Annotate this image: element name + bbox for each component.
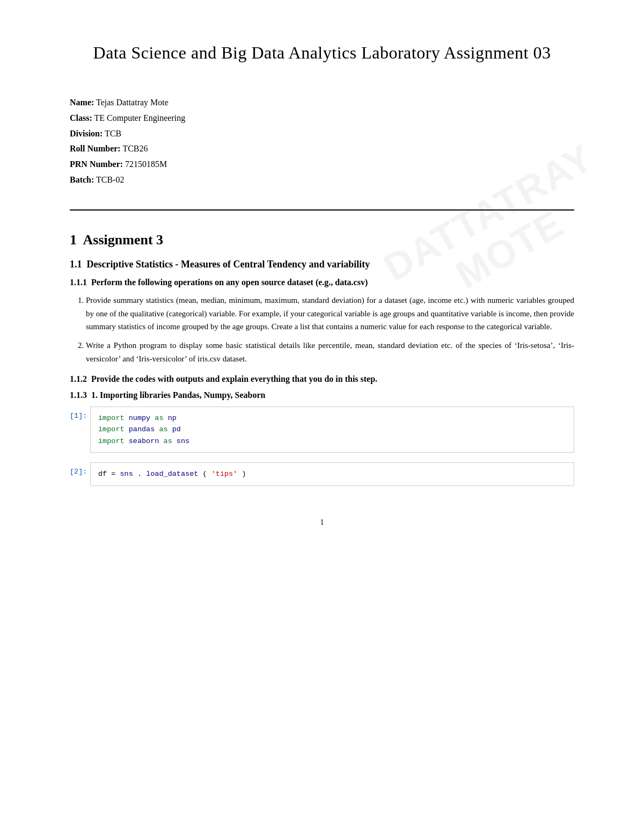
division-value: TCB	[105, 129, 121, 138]
code-block-1: import numpy as np import pandas as	[90, 407, 574, 453]
code-line-2-1: df = sns . load_dataset ( 'tips' )	[98, 468, 566, 480]
divider	[70, 209, 574, 211]
page-number: 1	[70, 518, 574, 527]
var-df: df	[98, 470, 107, 478]
list-item-2: Write a Python program to display some b…	[86, 339, 574, 366]
section-1: 1 Assignment 3 1.1 Descriptive Statistic…	[70, 232, 574, 486]
lib-sns-ref: sns	[120, 470, 133, 478]
cell-label-2: [2]:	[70, 462, 90, 476]
roll-label: Roll Number:	[70, 144, 121, 153]
lib-numpy: numpy	[129, 414, 151, 422]
page: DATTATRAY MOTE Data Science and Big Data…	[0, 0, 644, 834]
class-label: Class:	[70, 113, 92, 122]
division-label: Division:	[70, 129, 103, 138]
kw-import-2: import	[98, 425, 125, 433]
info-roll: Roll Number: TCB26	[70, 141, 574, 157]
prn-value: 72150185M	[125, 159, 167, 169]
prn-label: PRN Number:	[70, 159, 123, 169]
subsubsection-1-1-3-title: 1.1.3 1. Importing libraries Pandas, Num…	[70, 390, 574, 400]
content: Data Science and Big Data Analytics Labo…	[70, 43, 574, 527]
class-value: TE Computer Engineering	[94, 113, 186, 122]
func-load-dataset: load_dataset	[146, 470, 198, 478]
kw-as-3: as	[164, 437, 172, 445]
alias-sns: sns	[177, 437, 189, 445]
subsubsection-1-1-1-title: 1.1.1 Perform the following operations o…	[70, 278, 574, 287]
name-value: Tejas Dattatray Mote	[96, 98, 169, 107]
kw-import-3: import	[98, 437, 125, 445]
subsection-1-1-title: 1.1 Descriptive Statistics - Measures of…	[70, 259, 574, 270]
info-prn: PRN Number: 72150185M	[70, 157, 574, 172]
section-1-title: 1 Assignment 3	[70, 232, 574, 248]
alias-pd: pd	[172, 425, 181, 433]
kw-as-2: as	[159, 425, 167, 433]
info-block: Name: Tejas Dattatray Mote Class: TE Com…	[70, 95, 574, 188]
kw-as-1: as	[155, 414, 163, 422]
subsubsection-1-1-2-title: 1.1.2 Provide the codes with outputs and…	[70, 374, 574, 384]
lib-seaborn: seaborn	[129, 437, 159, 445]
batch-label: Batch:	[70, 175, 94, 184]
info-division: Division: TCB	[70, 126, 574, 142]
code-line-1-2: import pandas as pd	[98, 424, 566, 436]
name-label: Name:	[70, 98, 94, 107]
code-cell-2: [2]: df = sns . load_dataset ( 'tips' )	[70, 462, 574, 486]
main-title: Data Science and Big Data Analytics Labo…	[70, 43, 574, 63]
code-block-2: df = sns . load_dataset ( 'tips' )	[90, 462, 574, 486]
lib-pandas: pandas	[129, 425, 155, 433]
info-class: Class: TE Computer Engineering	[70, 111, 574, 126]
code-line-1-1: import numpy as np	[98, 412, 566, 424]
requirements-list: Provide summary statistics (mean, median…	[86, 294, 574, 366]
batch-value: TCB-02	[96, 175, 124, 184]
alias-np: np	[168, 414, 177, 422]
info-batch: Batch: TCB-02	[70, 172, 574, 188]
str-tips: 'tips'	[211, 470, 238, 478]
roll-value: TCB26	[122, 144, 148, 153]
info-name: Name: Tejas Dattatray Mote	[70, 95, 574, 111]
cell-label-1: [1]:	[70, 407, 90, 420]
list-item-1: Provide summary statistics (mean, median…	[86, 294, 574, 333]
code-line-1-3: import seaborn as sns	[98, 436, 566, 447]
code-cell-1: [1]: import numpy as np import	[70, 407, 574, 453]
kw-import-1: import	[98, 414, 125, 422]
